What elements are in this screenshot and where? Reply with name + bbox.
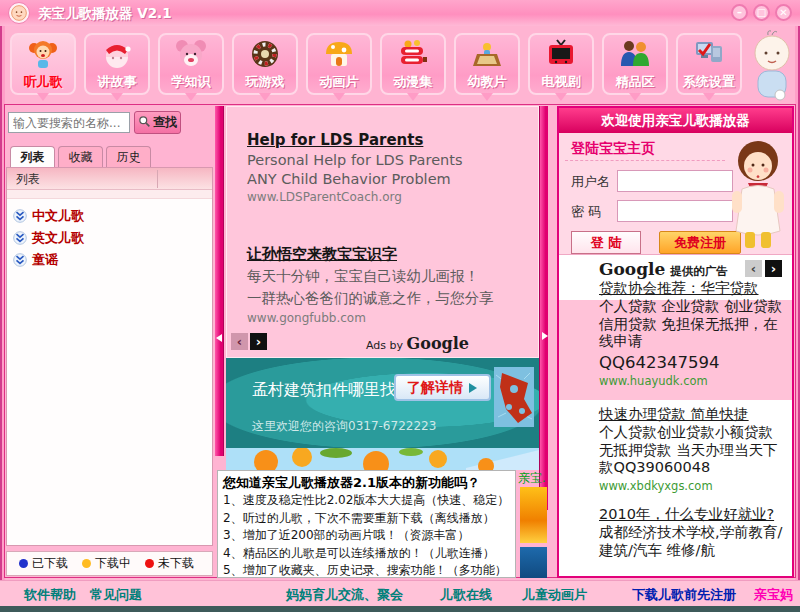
ads-by-google-label: Ads by Google [366, 334, 469, 353]
tree-item-label: 中文儿歌 [32, 207, 84, 225]
search-button[interactable]: 查找 [134, 111, 181, 134]
ad-url: www.huayudk.com [599, 374, 786, 388]
window-title: 亲宝儿歌播放器 V2.1 [38, 5, 172, 23]
red-dot-icon [145, 559, 154, 568]
feature-item: 4、精品区的儿歌是可以连续播放的！（儿歌连播） [223, 545, 510, 563]
status-link-software-help[interactable]: 软件帮助 [24, 586, 76, 604]
persimmon-photo-strip [226, 448, 539, 470]
ads-provided-label: 提供的广告 [670, 264, 728, 279]
tree-item-nursery-rhymes[interactable]: 童谣 [13, 249, 212, 271]
scroll-left-arrow-icon [216, 334, 222, 342]
welcome-panel: 欢迎使用亲宝儿歌播放器 登陆宝宝主页 用户名 密 码 登 陆 免费注册 Goog… [557, 106, 794, 578]
toolbar-button-play-games[interactable]: 玩游戏 [232, 33, 298, 95]
ad-line: ANY Child Behavior Problem [247, 171, 528, 187]
ads-next-button[interactable]: › [765, 260, 782, 277]
tree-item-label: 童谣 [32, 251, 58, 269]
banner-detail-button[interactable]: 了解详情 [394, 374, 491, 401]
ad-title: 快速办理贷款 简单快捷 [599, 405, 786, 424]
close-icon: ✕ [779, 8, 787, 18]
ad-title: 让孙悟空来教宝宝识字 [247, 245, 528, 264]
toolbar-button-cartoons[interactable]: 动画片 [306, 33, 372, 95]
maximize-button[interactable]: □ [753, 4, 770, 21]
toolbar-button-tv-series[interactable]: 电视剧 [528, 33, 594, 95]
ad-url: www.xbdkyxgs.com [599, 479, 786, 493]
password-field[interactable] [617, 200, 733, 222]
cards-anime-icon [397, 38, 429, 70]
left-scroll-strip[interactable] [215, 106, 224, 456]
toolbar-button-learn-knowledge[interactable]: 学知识 [158, 33, 224, 95]
app-window: 亲宝儿歌播放器 V2.1 – □ ✕ 听儿歌 讲故事 学知识 玩游戏 动画片 动… [0, 0, 800, 612]
banner-headline: 孟村建筑扣件哪里找？ [252, 380, 412, 401]
tree-item-english-songs[interactable]: 英文儿歌 [13, 227, 212, 249]
girl-mascot [728, 139, 788, 257]
welcome-header-label: 欢迎使用亲宝儿歌播放器 [601, 112, 750, 128]
ad-link-literacy[interactable]: 让孙悟空来教宝宝识字 每天十分钟，宝宝自己读幼儿画报！ 一群热心爸爸们的诚意之作… [247, 245, 528, 325]
search-input[interactable] [8, 112, 130, 133]
banner-ad-clamps[interactable]: 孟村建筑扣件哪里找？ 了解详情 这里欢迎您的咨询0317-6722223 [226, 358, 539, 448]
toolbar-label: 动漫集 [394, 73, 433, 91]
username-label: 用户名 [571, 173, 610, 191]
ads-prev-button[interactable]: ‹ [231, 333, 248, 350]
status-link-faq[interactable]: 常见问题 [90, 586, 142, 604]
toolbar-button-anime-collection[interactable]: 动漫集 [380, 33, 446, 95]
status-link-children-cartoons[interactable]: 儿童动画片 [522, 586, 587, 604]
song-list-panel: 列表 中文儿歌 英文儿歌 童谣 [6, 167, 213, 546]
toolbar-button-preschool-videos[interactable]: 幼教片 [454, 33, 520, 95]
toolbar-label: 系统设置 [683, 73, 735, 91]
search-button-label: 查找 [153, 114, 177, 131]
toolbar-label: 玩游戏 [246, 73, 285, 91]
tree-item-chinese-songs[interactable]: 中文儿歌 [13, 205, 212, 227]
toolbar-label: 电视剧 [542, 73, 581, 91]
toolbar-button-tell-stories[interactable]: 讲故事 [84, 33, 150, 95]
list-subheader-band [7, 190, 212, 199]
toolbar-label: 动画片 [320, 73, 359, 91]
legend-item-downloading: 下载中 [82, 555, 131, 572]
ad-line: Personal Help for LDS Parents [247, 152, 528, 168]
login-title: 登陆宝宝主页 [571, 140, 655, 158]
close-button[interactable]: ✕ [775, 4, 792, 21]
ad-link-huayu-loans[interactable]: 贷款协会推荐：华宇贷款 个人贷款 企业贷款 创业贷款 信用贷款 免担保无抵押，在… [599, 279, 786, 388]
register-button-label: 免费注册 [674, 235, 726, 250]
chevron-expand-icon [13, 209, 27, 223]
toolbar-label: 听儿歌 [24, 73, 63, 91]
tab-history-label: 历史 [117, 149, 141, 166]
status-link-songs-online[interactable]: 儿歌在线 [440, 586, 492, 604]
mouse-knowledge-icon [175, 38, 207, 70]
tab-history[interactable]: 历史 [106, 146, 151, 167]
feature-item: 3、增加了近200部的动画片哦！（资源丰富） [223, 527, 510, 545]
status-link-register-before-download[interactable]: 下载儿歌前先注册 [632, 586, 736, 604]
column-divider [157, 170, 158, 188]
feature-item: 1、速度及稳定性比2.02版本大大提高（快速、稳定） [223, 492, 510, 510]
sandbox-child-icon [471, 38, 503, 70]
tab-list[interactable]: 列表 [10, 146, 55, 167]
google-logo: Google [407, 334, 469, 353]
list-header-label: 列表 [16, 172, 40, 186]
ad-link-chengdu-school[interactable]: 2010年，什么专业好就业? 成都经济技术学校,学前教育/建筑/汽车 维修/航 [599, 505, 786, 559]
toolbar-button-premium-zone[interactable]: 精品区 [602, 33, 668, 95]
status-link-qinbao-mom[interactable]: 亲宝妈 [754, 586, 793, 604]
toolbar-button-listen-songs[interactable]: 听儿歌 [10, 33, 76, 95]
ad-body: 个人贷款创业贷款小额贷款无抵押贷款 当天办理当天下款QQ39060048 [599, 424, 786, 477]
magnifier-icon [138, 115, 151, 131]
login-button-label: 登 陆 [591, 235, 622, 250]
toolbar-button-system-settings[interactable]: 系统设置 [676, 33, 742, 95]
ad-title: 2010年，什么专业好就业? [599, 505, 786, 524]
ad-link-fast-loans[interactable]: 快速办理贷款 简单快捷 个人贷款创业贷款小额贷款无抵押贷款 当天办理当天下款QQ… [599, 405, 786, 493]
status-link-mom-exchange[interactable]: 妈妈育儿交流、聚会 [286, 586, 403, 604]
ad-link-lds-parents[interactable]: Help for LDS Parents Personal Help for L… [247, 131, 528, 204]
ads-next-button[interactable]: › [250, 333, 267, 350]
username-field[interactable] [617, 170, 733, 192]
login-button[interactable]: 登 陆 [571, 231, 641, 254]
status-bar: 软件帮助 常见问题 妈妈育儿交流、聚会 儿歌在线 儿童动画片 下载儿歌前先注册 … [0, 580, 800, 606]
welcome-header: 欢迎使用亲宝儿歌播放器 [559, 108, 792, 133]
minimize-button[interactable]: – [731, 4, 748, 21]
tv-icon [545, 38, 577, 70]
google-text-ads-box: Help for LDS Parents Personal Help for L… [226, 106, 539, 358]
yellow-dot-icon [82, 559, 91, 568]
tab-favorites[interactable]: 收藏 [58, 146, 103, 167]
ads-prev-button[interactable]: ‹ [745, 260, 762, 277]
banner-phone-note: 这里欢迎您的咨询0317-6722223 [252, 418, 436, 435]
peach-story-icon [101, 38, 133, 70]
google-ads-header: Google 提供的广告 [599, 259, 728, 279]
right-scroll-strip[interactable] [539, 106, 548, 510]
